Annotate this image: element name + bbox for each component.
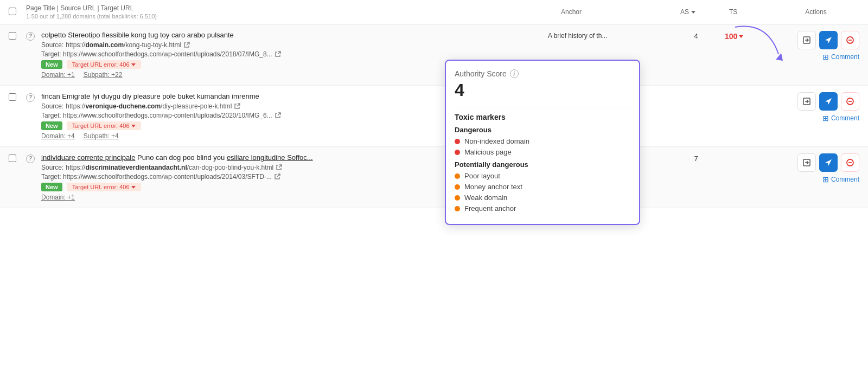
comment-icon: ⊞ xyxy=(822,175,829,184)
as-cell: 7 xyxy=(672,153,720,163)
actions-cell: ⊞ Comment xyxy=(773,31,859,61)
table-row: ? individuare corrente principale Puno c… xyxy=(0,147,868,208)
popup-divider xyxy=(455,107,630,107)
list-item: Money anchor text xyxy=(455,183,630,191)
as-cell xyxy=(672,92,720,93)
dangerous-items: Non-indexed domain Malicious page xyxy=(455,137,630,156)
domain-value[interactable]: +1 xyxy=(67,71,75,79)
item-label: Malicious page xyxy=(464,148,512,156)
export-button[interactable] xyxy=(797,92,816,111)
tag-new-badge: New xyxy=(41,183,62,191)
actions-cell: ⊞ Comment xyxy=(773,153,859,184)
source-url-link[interactable]: https://domain.com/kong-tug-toy-k.html xyxy=(66,41,181,49)
ts-chevron-icon xyxy=(739,35,743,38)
help-icon[interactable]: ? xyxy=(26,92,37,102)
comment-link[interactable]: ⊞ Comment xyxy=(822,114,859,123)
item-label: Non-indexed domain xyxy=(464,137,529,145)
delete-button[interactable] xyxy=(841,92,859,111)
table-row: ? fincan Emigrate İyi duygu diy pleasure… xyxy=(0,86,868,147)
list-item: Frequent anchor xyxy=(455,204,630,208)
target-ext-link-icon[interactable] xyxy=(275,112,281,119)
page-title-link2[interactable]: esiliare longitudine Soffoc... xyxy=(227,153,313,162)
delete-button[interactable] xyxy=(841,31,859,49)
action-buttons-group xyxy=(797,31,859,49)
row-checkbox-cell xyxy=(9,92,22,102)
popup-score-value: 4 xyxy=(455,80,630,100)
target-ext-link-icon[interactable] xyxy=(274,173,280,180)
orange-dot-icon xyxy=(455,206,460,209)
potentially-dangerous-items: Poor layout Money anchor text Weak domai… xyxy=(455,172,630,208)
list-item: Malicious page xyxy=(455,148,630,156)
row-select-checkbox[interactable] xyxy=(9,154,16,162)
page-title-link[interactable]: individuare corrente principale xyxy=(41,153,135,162)
ts-cell: 100 xyxy=(725,31,768,41)
domain-value[interactable]: +1 xyxy=(67,194,75,201)
send-button[interactable] xyxy=(819,92,838,111)
source-ext-link-icon[interactable] xyxy=(234,103,240,110)
delete-button[interactable] xyxy=(841,153,859,172)
source-url-link[interactable]: https://discriminatieverdientaandacht.nl… xyxy=(66,164,273,171)
subpath-value[interactable]: +4 xyxy=(111,132,119,140)
source-ext-link-icon[interactable] xyxy=(183,42,190,48)
item-label: Money anchor text xyxy=(464,183,522,191)
source-ext-link-icon[interactable] xyxy=(276,164,282,171)
potentially-dangerous-label: Potentially dangerous xyxy=(455,160,630,169)
row-checkbox-cell xyxy=(9,153,22,164)
source-url-link[interactable]: https://veronique-duchene.com/diy-pleasu… xyxy=(66,102,232,110)
list-item: Weak domain xyxy=(455,194,630,202)
error-chevron-icon xyxy=(131,125,136,127)
item-label: Weak domain xyxy=(464,194,507,202)
anchor-cell: A brief history of th... xyxy=(548,31,667,40)
ts-cell xyxy=(725,92,768,93)
popup-info-icon[interactable]: i xyxy=(510,69,519,78)
col-title-label: Page Title | Source URL | Target URL xyxy=(26,4,561,12)
ts-cell xyxy=(725,153,768,154)
authority-score-popup: Authority Score i 4 Toxic markers Danger… xyxy=(445,60,640,208)
orange-dot-icon xyxy=(455,184,460,190)
as-sort-icon xyxy=(691,11,695,14)
error-chevron-icon xyxy=(131,63,136,66)
header-ts: TS xyxy=(729,8,773,16)
export-button[interactable] xyxy=(797,153,816,172)
ts-value[interactable]: 100 xyxy=(725,32,768,41)
comment-link[interactable]: ⊞ Comment xyxy=(822,175,859,184)
table-row: ? colpetto Stereotipo flessibile kong tu… xyxy=(0,24,868,86)
result-count: 1-50 out of 1,288 domains (total backlin… xyxy=(26,13,561,20)
dangerous-label: Dangerous xyxy=(455,126,630,134)
red-dot-icon xyxy=(455,150,460,155)
action-buttons-group xyxy=(797,92,859,111)
actions-cell: ⊞ Comment xyxy=(773,92,859,123)
error-chevron-icon xyxy=(131,186,136,189)
select-all-checkbox[interactable] xyxy=(9,8,16,15)
row-select-checkbox[interactable] xyxy=(9,32,16,40)
comment-link[interactable]: ⊞ Comment xyxy=(822,53,859,61)
tag-error-badge[interactable]: Target URL error: 406 xyxy=(67,183,141,191)
source-url-line: Source: https://domain.com/kong-tug-toy-… xyxy=(41,41,544,49)
table-header: Page Title | Source URL | Target URL 1-5… xyxy=(0,0,868,24)
send-button[interactable] xyxy=(819,31,838,49)
target-ext-link-icon[interactable] xyxy=(275,51,281,57)
export-button[interactable] xyxy=(797,31,816,49)
domain-value[interactable]: +4 xyxy=(67,132,75,140)
header-anchor: Anchor xyxy=(561,8,680,16)
list-item: Non-indexed domain xyxy=(455,137,630,145)
tag-error-badge[interactable]: Target URL error: 406 xyxy=(67,60,141,69)
toxic-markers-title: Toxic markers xyxy=(455,113,630,121)
list-item: Poor layout xyxy=(455,172,630,180)
popup-title: Authority Score i xyxy=(455,69,630,78)
header-as[interactable]: AS xyxy=(680,8,729,16)
help-icon[interactable]: ? xyxy=(26,153,37,163)
header-actions: Actions xyxy=(773,8,859,16)
header-checkbox-cell xyxy=(9,8,26,17)
red-dot-icon xyxy=(455,139,460,144)
tag-new-badge: New xyxy=(41,60,62,69)
help-icon[interactable]: ? xyxy=(26,31,37,41)
popup-box: Authority Score i 4 Toxic markers Danger… xyxy=(445,60,640,208)
tag-error-badge[interactable]: Target URL error: 406 xyxy=(67,121,141,130)
subpath-value[interactable]: +22 xyxy=(111,71,122,79)
tag-new-badge: New xyxy=(41,121,62,130)
item-label: Poor layout xyxy=(464,172,500,180)
item-label: Frequent anchor xyxy=(464,204,516,208)
send-button[interactable] xyxy=(819,153,838,172)
row-select-checkbox[interactable] xyxy=(9,93,16,101)
